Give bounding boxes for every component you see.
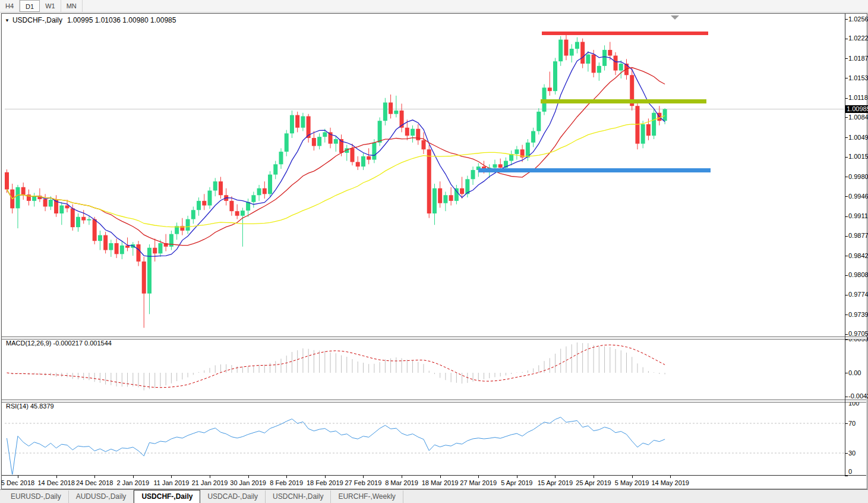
date-axis-label: 15 Apr 2019 — [538, 479, 573, 486]
chart-tab-eurusd-daily[interactable]: EURUSD-,Daily — [4, 491, 69, 503]
main-price-panel[interactable] — [5, 33, 844, 328]
price-axis-label: 0.97740 — [848, 291, 868, 298]
chart-tab-audusd-daily[interactable]: AUDUSD-,Daily — [69, 491, 134, 503]
rsi-axis-label: 30 — [848, 450, 868, 457]
date-axis-label: 27 Feb 2019 — [345, 479, 382, 486]
date-axis-label: 2 Jan 2019 — [117, 479, 149, 486]
price-axis-label: 0.98080 — [848, 272, 868, 278]
moving-average-18 — [7, 68, 665, 246]
chart-ohlc-values: 1.00995 1.01036 1.00980 1.00985 — [67, 16, 176, 24]
current-price-tag: 1.00985 — [845, 105, 868, 113]
price-axis-label: 1.01870 — [848, 55, 868, 62]
date-axis-label: 5 Dec 2018 — [1, 479, 34, 486]
date-axis-label: 18 Feb 2019 — [307, 479, 343, 486]
price-axis-label: 1.02220 — [848, 35, 868, 42]
rsi-axis-label: 0 — [848, 469, 868, 475]
price-axis-label: 0.99460 — [848, 193, 868, 200]
macd-axis-label: 0.00 — [848, 370, 868, 376]
chart-menu-icon[interactable]: ▼ — [5, 18, 10, 23]
date-axis-label: 11 Jan 2019 — [154, 479, 190, 486]
chart-shift-marker-icon[interactable] — [671, 15, 679, 20]
price-axis-label: 1.02560 — [848, 16, 868, 23]
rsi-axis-label: 70 — [848, 420, 868, 427]
chart-tab-bar: EURUSD-,DailyAUDUSD-,DailyUSDCHF-,DailyU… — [0, 489, 868, 503]
chart-tab-usdcnh-daily[interactable]: USDCNH-,Daily — [266, 491, 331, 503]
chart-caption: ▼USDCHF-,Daily1.00995 1.01036 1.00980 1.… — [5, 16, 176, 24]
chart-canvas[interactable] — [0, 0, 868, 503]
date-axis-label: 8 Mar 2019 — [385, 479, 418, 486]
rsi-indicator-label: RSI(14) 45.8379 — [6, 403, 54, 410]
price-axis-label: 1.00150 — [848, 153, 868, 160]
date-axis-label: 18 Mar 2019 — [422, 479, 459, 486]
price-axis-label: 0.98420 — [848, 253, 868, 259]
chart-tab-eurchf-weekly[interactable]: EURCHF-,Weekly — [331, 491, 403, 503]
rsi-line — [7, 417, 665, 476]
price-axis-label: 1.01530 — [848, 75, 868, 81]
price-axis-label: 0.99110 — [848, 213, 868, 219]
date-axis-label: 14 May 2019 — [651, 479, 689, 486]
moving-average-7 — [7, 52, 665, 256]
macd-panel[interactable] — [7, 342, 665, 391]
chart-tab-usdchf-daily[interactable]: USDCHF-,Daily — [134, 490, 200, 503]
price-axis-label: 0.97390 — [848, 312, 868, 318]
candles-layer — [5, 34, 667, 328]
price-axis-label: 0.98770 — [848, 232, 868, 239]
chart-symbol-period: USDCHF-,Daily — [12, 16, 62, 24]
date-axis-label: 14 Dec 2018 — [37, 479, 74, 486]
date-axis-label: 25 Apr 2019 — [576, 479, 611, 486]
price-axis-label: 0.99800 — [848, 174, 868, 180]
price-axis-label: 1.00490 — [848, 134, 868, 141]
rsi-panel[interactable] — [5, 417, 844, 476]
date-axis-label: 5 Apr 2019 — [501, 479, 532, 486]
date-axis-label: 30 Jan 2019 — [230, 479, 266, 486]
panel-splitter-macd[interactable] — [2, 337, 866, 339]
date-axis-label: 27 Mar 2019 — [460, 479, 497, 486]
date-axis-border — [2, 475, 866, 476]
date-axis-label: 5 May 2019 — [615, 479, 649, 486]
panel-splitter-rsi[interactable] — [2, 400, 866, 403]
chart-tab-usdcad-daily[interactable]: USDCAD-,Daily — [200, 491, 266, 503]
macd-indicator-label: MACD(12,26,9) -0.000217 0.001544 — [6, 339, 112, 347]
price-axis-label: 1.00840 — [848, 114, 868, 121]
price-axis-border — [845, 14, 845, 476]
date-axis-label: 8 Feb 2019 — [270, 479, 303, 486]
macd-axis-label: -0.00424 — [848, 393, 868, 400]
price-axis-label: 1.01180 — [848, 95, 868, 101]
date-axis-label: 24 Dec 2018 — [76, 479, 113, 486]
mt4-application: H4D1W1MN ▼USDCHF-,Daily1.00995 1.01036 1… — [0, 0, 868, 503]
date-axis-label: 21 Jan 2019 — [192, 479, 228, 486]
